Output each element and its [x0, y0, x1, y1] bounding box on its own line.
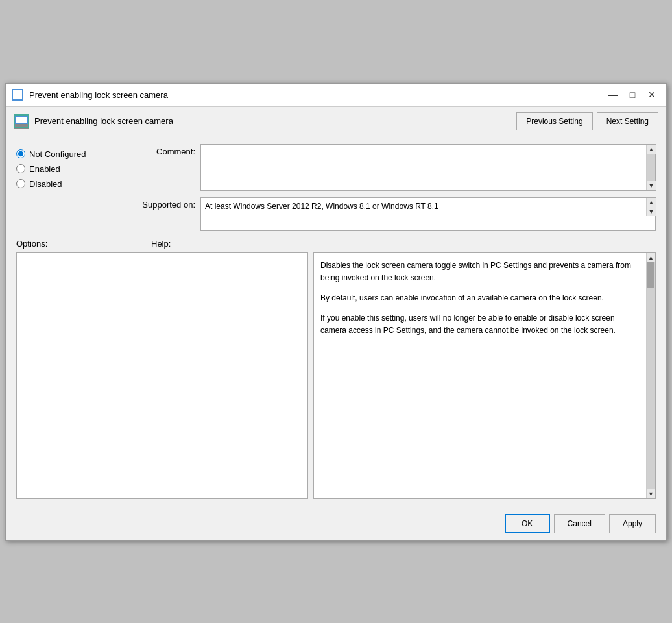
- help-scroll-thumb: [647, 262, 654, 288]
- comment-row: Comment: ▲ ▼: [130, 144, 656, 191]
- not-configured-option[interactable]: Not Configured: [16, 149, 120, 159]
- help-paragraph-3: If you enable this setting, users will n…: [320, 312, 640, 337]
- supported-value: At least Windows Server 2012 R2, Windows…: [201, 198, 646, 215]
- help-scroll-down[interactable]: ▼: [647, 489, 656, 498]
- title-bar-controls: — □ ✕: [604, 87, 661, 103]
- comment-scroll-up[interactable]: ▲: [647, 145, 656, 154]
- supported-label: Supported on:: [130, 197, 195, 210]
- help-panel: Disables the lock screen camera toggle s…: [313, 252, 656, 499]
- not-configured-radio[interactable]: [16, 149, 25, 158]
- svg-rect-6: [16, 117, 27, 123]
- help-scroll-up[interactable]: ▲: [647, 253, 656, 262]
- options-section-label: Options:: [16, 239, 146, 249]
- comment-label: Comment:: [130, 144, 195, 156]
- toolbar-title: Prevent enabling lock screen camera: [34, 116, 173, 126]
- supported-field-wrapper: At least Windows Server 2012 R2, Windows…: [200, 197, 656, 231]
- options-panel: [16, 252, 308, 499]
- svg-rect-4: [18, 95, 22, 99]
- window-title: Prevent enabling lock screen camera: [29, 90, 168, 100]
- previous-setting-button[interactable]: Previous Setting: [516, 112, 592, 130]
- disabled-option[interactable]: Disabled: [16, 179, 120, 189]
- help-paragraph-2: By default, users can enable invocation …: [320, 292, 640, 304]
- main-window: Prevent enabling lock screen camera — □ …: [5, 83, 667, 541]
- help-scroll-track: [647, 262, 655, 489]
- supported-scroll-down[interactable]: ▼: [647, 207, 656, 216]
- cancel-button[interactable]: Cancel: [554, 514, 605, 533]
- help-scrollbar: ▲ ▼: [646, 253, 655, 498]
- footer: OK Cancel Apply: [6, 507, 666, 540]
- comment-scroll-down[interactable]: ▼: [647, 181, 656, 190]
- toolbar: Prevent enabling lock screen camera Prev…: [6, 107, 666, 136]
- svg-rect-1: [13, 90, 18, 95]
- comment-scrollbar: ▲ ▼: [646, 145, 655, 190]
- section-labels: Options: Help:: [16, 239, 656, 249]
- window-icon: [11, 88, 24, 101]
- supported-scrollbar: ▲ ▼: [646, 198, 655, 216]
- next-setting-button[interactable]: Next Setting: [597, 112, 658, 130]
- enabled-label: Enabled: [29, 164, 60, 174]
- supported-row: Supported on: At least Windows Server 20…: [130, 197, 656, 231]
- comment-scroll-track: [647, 154, 655, 181]
- comment-field-wrapper: ▲ ▼: [200, 144, 656, 191]
- enabled-option[interactable]: Enabled: [16, 164, 120, 174]
- minimize-button[interactable]: —: [604, 87, 622, 103]
- enabled-radio[interactable]: [16, 164, 25, 173]
- help-paragraph-1: Disables the lock screen camera toggle s…: [320, 260, 640, 284]
- apply-button[interactable]: Apply: [609, 514, 656, 533]
- svg-rect-7: [15, 124, 28, 127]
- toolbar-icon: [14, 114, 29, 129]
- svg-rect-2: [18, 90, 22, 95]
- right-fields: Comment: ▲ ▼ Supported on: At least Wind…: [130, 144, 656, 231]
- panels-row: Disables the lock screen camera toggle s…: [16, 252, 656, 499]
- comment-textarea[interactable]: [201, 145, 646, 190]
- ok-button[interactable]: OK: [505, 514, 550, 533]
- toolbar-left: Prevent enabling lock screen camera: [14, 114, 173, 129]
- maximize-button[interactable]: □: [623, 87, 642, 103]
- not-configured-label: Not Configured: [29, 149, 86, 159]
- title-bar-left: Prevent enabling lock screen camera: [11, 88, 168, 101]
- disabled-radio[interactable]: [16, 179, 25, 188]
- close-button[interactable]: ✕: [643, 87, 661, 103]
- svg-rect-3: [13, 95, 18, 99]
- content-area: Not Configured Enabled Disabled Comment:: [6, 136, 666, 507]
- radio-group: Not Configured Enabled Disabled: [16, 144, 120, 231]
- top-section: Not Configured Enabled Disabled Comment:: [16, 144, 656, 231]
- title-bar: Prevent enabling lock screen camera — □ …: [6, 84, 666, 107]
- toolbar-buttons: Previous Setting Next Setting: [516, 112, 658, 130]
- disabled-label: Disabled: [29, 179, 62, 189]
- supported-scroll-up[interactable]: ▲: [647, 198, 656, 207]
- help-section-label: Help:: [151, 239, 656, 249]
- help-content: Disables the lock screen camera toggle s…: [320, 260, 649, 337]
